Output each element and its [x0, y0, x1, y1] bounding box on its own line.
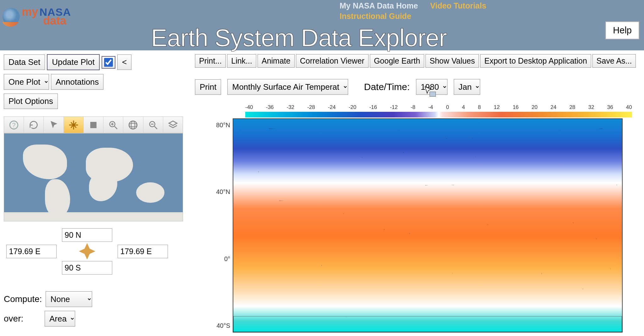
globe-icon[interactable] [123, 117, 143, 133]
nav-instructional-link[interactable]: Instructional Guide [340, 11, 486, 21]
logo: my NASA data [3, 7, 71, 26]
colorbar-gradient [245, 112, 632, 117]
map-toolbar: ? [4, 117, 183, 133]
datetime-label: Date/Time: [364, 82, 410, 92]
data-set-button[interactable]: Data Set [4, 54, 45, 70]
app-header: my NASA data My NASA Data Home Video Tut… [0, 0, 644, 50]
auto-update-checkbox-wrap[interactable] [102, 56, 115, 69]
lat-axis: 80°N 40°N 0° 40°S [208, 118, 233, 333]
continent-outline [321, 214, 384, 317]
link-button[interactable]: Link... [227, 54, 256, 68]
annotations-button[interactable]: Annotations [51, 74, 103, 90]
svg-text:?: ? [12, 122, 16, 128]
zoom-in-icon[interactable] [103, 117, 123, 133]
update-plot-button[interactable]: Update Plot [47, 54, 100, 70]
continent-outline [541, 239, 611, 289]
continent-outline [403, 138, 475, 185]
continent-outline [409, 185, 488, 273]
dataset-select[interactable]: Monthly Surface Air Temperature [227, 79, 348, 95]
svg-line-4 [114, 126, 117, 129]
compute-label: Compute: [4, 294, 42, 304]
minimap[interactable] [4, 133, 183, 221]
world-heatmap[interactable] [233, 118, 623, 333]
print-action-button[interactable]: Print... [195, 54, 226, 68]
compass-icon [79, 243, 95, 259]
svg-point-8 [129, 123, 137, 127]
month-select[interactable]: Jan [454, 79, 480, 95]
select-icon[interactable] [84, 117, 103, 133]
nav-links: My NASA Data Home Video Tutorials Instru… [340, 1, 486, 21]
south-input[interactable] [62, 261, 112, 275]
logo-my: my [22, 5, 38, 18]
plot-controls: Print Monthly Surface Air Temperature Da… [195, 79, 638, 95]
layers-icon[interactable] [163, 117, 183, 133]
continent-outline [233, 316, 622, 332]
coords-panel [4, 227, 170, 276]
colorbar-labels: -40 -36 -32 -28 -24 -20 -16 -12 -8 -4 0 … [245, 104, 632, 111]
save-as-button[interactable]: Save As... [592, 54, 636, 68]
app-title: Earth System Data Explorer [151, 24, 447, 52]
google-earth-button[interactable]: Google Earth [370, 54, 424, 68]
help-button[interactable]: Help [605, 21, 639, 39]
north-input[interactable] [62, 228, 112, 242]
svg-point-7 [129, 121, 137, 129]
continent-outline [472, 128, 617, 223]
info-icon[interactable]: ? [4, 117, 24, 133]
main-panel: Print... Link... Animate Correlation Vie… [189, 50, 644, 336]
over-select[interactable]: Area [45, 311, 75, 327]
compute-select[interactable]: None [46, 291, 92, 307]
export-desktop-button[interactable]: Export to Desktop Application [480, 54, 591, 68]
colorbar: -40 -36 -32 -28 -24 -20 -16 -12 -8 -4 0 … [245, 104, 632, 118]
east-input[interactable] [118, 245, 168, 258]
zoom-out-icon[interactable] [143, 117, 163, 133]
logo-icon [3, 8, 20, 25]
west-input[interactable] [6, 245, 57, 258]
nav-video-link[interactable]: Video Tutorials [430, 1, 486, 10]
pointer-icon[interactable] [44, 117, 64, 133]
plot-count-select[interactable]: One Plot [4, 74, 49, 90]
svg-line-11 [154, 126, 157, 129]
year-select[interactable]: 1980 [416, 79, 447, 95]
auto-update-checkbox[interactable] [104, 58, 113, 67]
pan-icon[interactable] [64, 117, 84, 133]
continent-outline [258, 128, 362, 201]
svg-point-9 [131, 121, 135, 129]
action-bar: Print... Link... Animate Correlation Vie… [195, 54, 638, 68]
show-values-button[interactable]: Show Values [425, 54, 479, 68]
correlation-viewer-button[interactable]: Correlation Viewer [296, 54, 369, 68]
plot-area: -40 -36 -32 -28 -24 -20 -16 -12 -8 -4 0 … [208, 104, 638, 333]
refresh-icon[interactable] [24, 117, 44, 133]
plot-options-button[interactable]: Plot Options [4, 94, 58, 109]
over-label: over: [4, 314, 41, 324]
sidebar: Data Set Update Plot < One Plot Annotati… [0, 50, 189, 336]
nav-home-link[interactable]: My NASA Data Home [340, 1, 418, 10]
collapse-button[interactable]: < [117, 54, 131, 70]
svg-rect-2 [90, 122, 97, 128]
animate-button[interactable]: Animate [258, 54, 295, 68]
print-button[interactable]: Print [195, 79, 221, 95]
